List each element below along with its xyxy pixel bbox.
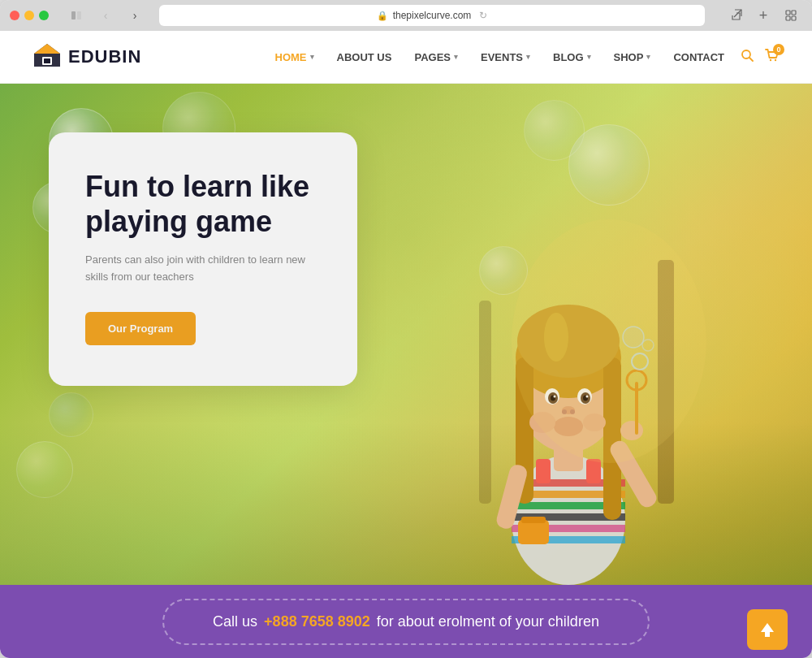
nav-item-home[interactable]: HOME ▾ [275, 51, 314, 63]
svg-point-13 [770, 59, 771, 61]
browser-window: ‹ › 🔒 thepixelcurve.com ↻ + [0, 0, 812, 658]
svg-rect-3 [786, 11, 790, 15]
sidebar-toggle-icon[interactable] [65, 4, 88, 27]
nav-item-about[interactable]: ABOUT US [337, 51, 392, 63]
close-window-button[interactable] [10, 11, 19, 20]
svg-line-12 [749, 58, 753, 61]
website-content: EDUBIN HOME ▾ ABOUT US PAGES ▾ EVENTS ▾ [0, 31, 812, 658]
logo[interactable]: EDUBIN [32, 42, 141, 71]
cta-bar: Call us +888 7658 8902 for about erolmen… [0, 585, 812, 658]
svg-line-2 [734, 10, 741, 17]
share-icon[interactable] [724, 4, 747, 27]
nav-icons: 0 [741, 49, 780, 65]
scroll-up-button[interactable] [747, 609, 788, 650]
logo-icon [32, 42, 62, 71]
reload-icon[interactable]: ↻ [479, 10, 487, 21]
cta-prefix-text: Call us [213, 613, 257, 630]
svg-rect-0 [71, 11, 76, 19]
browser-nav: ‹ › [65, 4, 146, 27]
url-text: thepixelcurve.com [393, 10, 472, 21]
search-button[interactable] [741, 49, 754, 65]
cta-bar-inner: Call us +888 7658 8902 for about erolmen… [162, 599, 650, 645]
nav-item-blog[interactable]: BLOG ▾ [553, 51, 591, 63]
new-tab-icon[interactable]: + [752, 4, 775, 27]
logo-text: EDUBIN [68, 46, 141, 67]
chevron-down-icon: ▾ [646, 53, 650, 61]
browser-actions: + [724, 4, 802, 27]
minimize-window-button[interactable] [24, 11, 34, 20]
nav-item-contact[interactable]: CONTACT [673, 51, 724, 63]
nav-item-shop[interactable]: SHOP ▾ [614, 51, 651, 63]
hero-overlay [0, 84, 812, 585]
maximize-window-button[interactable] [39, 11, 49, 20]
svg-rect-10 [44, 58, 50, 63]
cta-suffix-text: for about erolment of your children [377, 613, 599, 630]
cta-phone-number: +888 7658 8902 [264, 613, 370, 630]
cart-count-badge: 0 [773, 44, 784, 55]
nav-item-events[interactable]: EVENTS ▾ [481, 51, 530, 63]
lock-icon: 🔒 [377, 11, 388, 21]
cart-button[interactable]: 0 [765, 49, 780, 65]
svg-rect-6 [792, 16, 796, 20]
forward-button[interactable]: › [123, 4, 146, 27]
nav-menu: HOME ▾ ABOUT US PAGES ▾ EVENTS ▾ BLOG ▾ [275, 51, 724, 63]
svg-rect-60 [765, 632, 770, 637]
tab-overview-icon[interactable] [780, 4, 802, 27]
chevron-down-icon: ▾ [310, 53, 314, 61]
svg-rect-4 [792, 11, 796, 15]
back-button[interactable]: ‹ [94, 4, 117, 27]
chevron-down-icon: ▾ [526, 53, 530, 61]
svg-marker-8 [34, 44, 60, 54]
chevron-down-icon: ▾ [454, 53, 458, 61]
navbar: EDUBIN HOME ▾ ABOUT US PAGES ▾ EVENTS ▾ [0, 31, 812, 84]
browser-titlebar: ‹ › 🔒 thepixelcurve.com ↻ + [0, 0, 812, 31]
hero-section: Fun to learn like playing game Parents c… [0, 84, 812, 585]
nav-item-pages[interactable]: PAGES ▾ [414, 51, 458, 63]
svg-rect-1 [77, 11, 81, 19]
address-bar[interactable]: 🔒 thepixelcurve.com ↻ [159, 5, 705, 26]
svg-rect-5 [786, 16, 790, 20]
traffic-lights [10, 11, 49, 20]
chevron-down-icon: ▾ [587, 53, 591, 61]
svg-point-14 [775, 59, 776, 61]
